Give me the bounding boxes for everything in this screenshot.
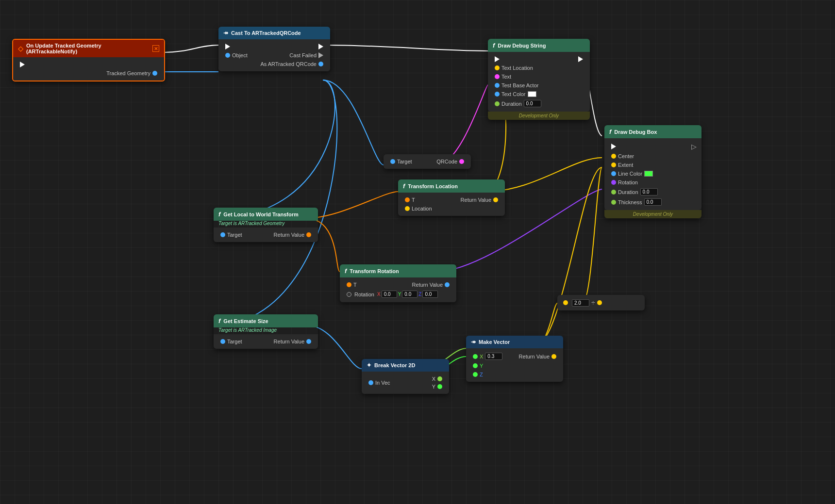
dds-color-row: Text Color — [488, 90, 590, 98]
dds-actor-row: Test Base Actor — [488, 81, 590, 90]
ges-row: Target Return Value — [214, 337, 318, 346]
div-value-input[interactable] — [572, 299, 589, 307]
tr-rotation-label: Rotation — [354, 292, 374, 297]
mv-z-label: Z — [480, 372, 483, 377]
bv-y-label: Y — [432, 384, 435, 390]
tr-retval-pin — [445, 282, 450, 287]
tr-retval-label: Return Value — [412, 282, 443, 288]
dds-exec-in — [495, 56, 500, 62]
transform-rotation-node: f Transform Rotation T Return Value Rota… — [340, 264, 456, 302]
transform-rotation-header: f Transform Rotation — [340, 264, 456, 277]
dds-exec-out — [578, 56, 583, 62]
get-local-world-node: f Get Local to World Transform Target is… — [214, 208, 318, 242]
draw-debug-string-node: f Draw Debug String Text Location Text T… — [488, 39, 590, 120]
make-vector-header: ↠ Make Vector — [466, 336, 563, 348]
bv-invec-label: In Vec — [375, 380, 390, 386]
ges-retval-label: Return Value — [274, 339, 304, 344]
get-estimate-size-subtitle: Target is ARTracked Image — [214, 327, 318, 334]
glw-target-pin — [220, 232, 225, 237]
qrcode-target-label: Target — [397, 159, 412, 164]
ges-target-pin — [220, 339, 225, 344]
mv-retval-label: Return Value — [519, 354, 550, 359]
ddb-duration-pin — [611, 190, 616, 195]
draw-debug-box-header: f Draw Debug Box — [604, 125, 701, 138]
cast-object-pin — [225, 53, 230, 58]
event-node: ◇ On Update Tracked Geometry (ARTrackabl… — [12, 39, 165, 81]
tl-t-pin — [405, 197, 410, 202]
draw-debug-box-title: Draw Debug Box — [614, 129, 657, 135]
cast-icon: ↠ — [223, 30, 228, 36]
transform-location-node: f Transform Location T Return Value Loca… — [398, 179, 505, 216]
ddb-exec-in — [611, 144, 616, 149]
mv-y-row: Y — [466, 361, 563, 370]
ddb-thickness-row: Thickness — [604, 197, 701, 207]
dds-color-label: Text Color — [501, 91, 526, 97]
get-estimate-size-body: Target Return Value — [214, 334, 318, 349]
tr-t-pin — [347, 282, 351, 287]
event-close-icon[interactable]: ✕ — [152, 45, 159, 52]
ddb-rotation-row: Rotation — [604, 178, 701, 187]
ddb-linecolor-pin — [611, 171, 616, 176]
break-vector-2d-body: In Vec X Y — [362, 372, 449, 394]
tl-func-icon: f — [403, 182, 405, 190]
cast-failed-label: Cast Failed — [289, 52, 317, 58]
ges-target-label: Target — [227, 339, 242, 344]
mv-retval-pin — [551, 354, 556, 359]
get-estimate-size-node: f Get Estimate Size Target is ARTracked … — [214, 314, 318, 349]
get-estimate-size-title: Get Estimate Size — [223, 318, 268, 324]
ges-retval-pin — [306, 339, 311, 344]
qrcode-out-label: QRCode — [436, 159, 457, 164]
glw-row: Target Return Value — [214, 230, 318, 239]
dds-color-pin — [495, 92, 500, 97]
ddb-thickness-label: Thickness — [618, 199, 642, 205]
tr-x-input[interactable] — [382, 291, 397, 298]
get-local-world-subtitle: Target is ARTracked Geometry — [214, 221, 318, 228]
ddb-duration-label: Duration — [618, 189, 638, 195]
div-out-pin — [597, 300, 602, 305]
div-op-label: ÷ — [591, 299, 595, 307]
qrcode-target-pin — [390, 159, 395, 164]
tracked-geo-label: Tracked Geometry — [106, 70, 150, 76]
mv-x-input[interactable] — [485, 353, 502, 360]
ddb-duration-row: Duration — [604, 187, 701, 197]
ddb-duration-input[interactable] — [640, 188, 658, 195]
dds-actor-pin — [495, 83, 500, 88]
cast-result-pin — [318, 62, 323, 66]
make-vector-title: Make Vector — [479, 339, 510, 345]
get-estimate-size-header: f Get Estimate Size — [214, 314, 318, 327]
glw-func-icon: f — [218, 211, 220, 218]
mv-x-pin — [473, 354, 478, 359]
dds-footer: Development Only — [488, 112, 590, 120]
tr-rotation-row: Rotation X Y Z — [340, 289, 456, 299]
tr-z-input[interactable] — [422, 291, 438, 298]
tl-t-row: T Return Value — [398, 195, 505, 204]
dds-duration-input[interactable] — [524, 100, 541, 107]
qrcode-node: Target QRCode — [384, 154, 471, 169]
transform-location-body: T Return Value Location — [398, 193, 505, 216]
ddb-exec-out-arrow: ▷ — [691, 143, 697, 150]
mv-z-row: Z — [466, 370, 563, 379]
cast-body: Object Cast Failed As ARTracked QRCode — [218, 39, 330, 71]
dds-textloc-pin — [495, 65, 500, 70]
tr-y-input[interactable] — [402, 291, 418, 298]
ddb-linecolor-row: Line Color — [604, 169, 701, 178]
get-local-world-title: Get Local to World Transform — [223, 211, 298, 217]
draw-debug-string-body: Text Location Text Test Base Actor Text … — [488, 52, 590, 112]
draw-debug-string-title: Draw Debug String — [498, 43, 546, 49]
ddb-color-box — [644, 171, 653, 177]
cast-title: Cast To ARTrackedQRCode — [231, 30, 301, 36]
ddb-center-row: Center — [604, 152, 701, 161]
ddb-func-icon: f — [609, 128, 611, 135]
ddb-extent-pin — [611, 163, 616, 167]
dds-duration-label: Duration — [501, 101, 522, 107]
ddb-exec-row: ▷ — [604, 141, 701, 152]
ddb-thickness-input[interactable] — [644, 198, 662, 206]
ddb-footer: Development Only — [604, 210, 701, 218]
mv-icon: ↠ — [471, 339, 476, 345]
get-local-world-body: Target Return Value — [214, 228, 318, 242]
mv-y-pin — [473, 363, 478, 368]
dds-text-row: Text — [488, 72, 590, 81]
cast-exec-out — [318, 44, 323, 49]
tr-x-label: X — [377, 292, 381, 297]
cast-failed-pin — [318, 52, 323, 58]
